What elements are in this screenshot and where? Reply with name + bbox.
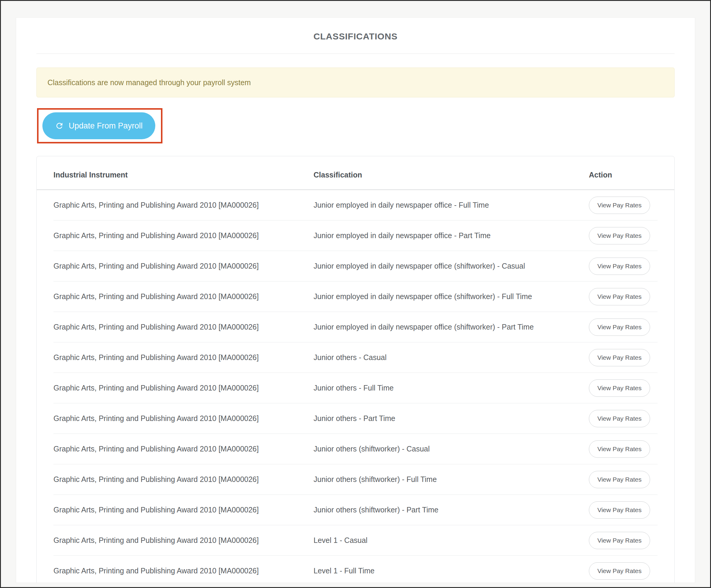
- table-row: Graphic Arts, Printing and Publishing Aw…: [53, 403, 658, 434]
- view-pay-rates-button[interactable]: View Pay Rates: [589, 257, 650, 275]
- view-pay-rates-button[interactable]: View Pay Rates: [589, 196, 650, 214]
- notice-banner: Classifications are now managed through …: [37, 67, 674, 98]
- cell-instrument: Graphic Arts, Printing and Publishing Aw…: [53, 384, 314, 392]
- cell-classification: Junior employed in daily newspaper offic…: [314, 323, 589, 331]
- cell-instrument: Graphic Arts, Printing and Publishing Aw…: [53, 475, 314, 484]
- cell-instrument: Graphic Arts, Printing and Publishing Aw…: [53, 445, 314, 453]
- cell-classification: Junior employed in daily newspaper offic…: [314, 231, 589, 240]
- table-row: Graphic Arts, Printing and Publishing Aw…: [53, 251, 658, 281]
- cell-instrument: Graphic Arts, Printing and Publishing Aw…: [53, 506, 314, 514]
- cell-action: View Pay Rates: [589, 562, 661, 580]
- view-pay-rates-button[interactable]: View Pay Rates: [589, 288, 650, 306]
- update-from-payroll-label: Update From Payroll: [69, 121, 143, 130]
- table-row: Graphic Arts, Printing and Publishing Aw…: [53, 342, 658, 373]
- table-row: Graphic Arts, Printing and Publishing Aw…: [53, 220, 658, 251]
- cell-action: View Pay Rates: [589, 440, 661, 458]
- cell-classification: Junior others (shiftworker) - Full Time: [314, 475, 589, 484]
- table-row: Graphic Arts, Printing and Publishing Aw…: [53, 556, 658, 583]
- view-pay-rates-button[interactable]: View Pay Rates: [589, 410, 650, 427]
- title-divider: [37, 54, 674, 54]
- cell-classification: Junior others - Part Time: [314, 414, 589, 423]
- classifications-table: Industrial Instrument Classification Act…: [37, 156, 674, 583]
- table-row: Graphic Arts, Printing and Publishing Aw…: [53, 464, 658, 495]
- column-header-classification: Classification: [314, 171, 589, 179]
- view-pay-rates-button[interactable]: View Pay Rates: [589, 349, 650, 366]
- table-body: Graphic Arts, Printing and Publishing Aw…: [37, 190, 674, 583]
- cell-classification: Level 1 - Casual: [314, 536, 589, 545]
- cell-instrument: Graphic Arts, Printing and Publishing Aw…: [53, 292, 314, 301]
- table-row: Graphic Arts, Printing and Publishing Aw…: [53, 373, 658, 403]
- button-zone: Update From Payroll: [37, 112, 674, 141]
- view-pay-rates-button[interactable]: View Pay Rates: [589, 501, 650, 519]
- cell-classification: Junior employed in daily newspaper offic…: [314, 201, 589, 209]
- sync-icon: [55, 121, 64, 130]
- cell-action: View Pay Rates: [589, 196, 661, 214]
- view-pay-rates-button[interactable]: View Pay Rates: [589, 471, 650, 488]
- cell-action: View Pay Rates: [589, 288, 661, 306]
- table-header-row: Industrial Instrument Classification Act…: [37, 156, 674, 190]
- cell-instrument: Graphic Arts, Printing and Publishing Aw…: [53, 262, 314, 270]
- cell-classification: Junior employed in daily newspaper offic…: [314, 262, 589, 270]
- cell-action: View Pay Rates: [589, 349, 661, 366]
- cell-classification: Junior others (shiftworker) - Casual: [314, 445, 589, 453]
- cell-instrument: Graphic Arts, Printing and Publishing Aw…: [53, 566, 314, 575]
- cell-classification: Junior employed in daily newspaper offic…: [314, 292, 589, 301]
- notice-text: Classifications are now managed through …: [47, 78, 251, 87]
- view-pay-rates-button[interactable]: View Pay Rates: [589, 379, 650, 397]
- cell-instrument: Graphic Arts, Printing and Publishing Aw…: [53, 323, 314, 331]
- table-row: Graphic Arts, Printing and Publishing Aw…: [53, 525, 658, 556]
- cell-action: View Pay Rates: [589, 257, 661, 275]
- view-pay-rates-button[interactable]: View Pay Rates: [589, 440, 650, 458]
- cell-classification: Junior others - Casual: [314, 353, 589, 362]
- table-row: Graphic Arts, Printing and Publishing Aw…: [53, 281, 658, 312]
- cell-instrument: Graphic Arts, Printing and Publishing Aw…: [53, 353, 314, 362]
- table-row: Graphic Arts, Printing and Publishing Aw…: [53, 434, 658, 464]
- table-row: Graphic Arts, Printing and Publishing Aw…: [53, 495, 658, 525]
- cell-action: View Pay Rates: [589, 532, 661, 549]
- view-pay-rates-button[interactable]: View Pay Rates: [589, 532, 650, 549]
- update-from-payroll-button[interactable]: Update From Payroll: [42, 112, 155, 139]
- table-row: Graphic Arts, Printing and Publishing Aw…: [53, 312, 658, 342]
- cell-instrument: Graphic Arts, Printing and Publishing Aw…: [53, 414, 314, 423]
- cell-action: View Pay Rates: [589, 410, 661, 427]
- cell-action: View Pay Rates: [589, 318, 661, 336]
- view-pay-rates-button[interactable]: View Pay Rates: [589, 227, 650, 245]
- cell-instrument: Graphic Arts, Printing and Publishing Aw…: [53, 231, 314, 240]
- cell-action: View Pay Rates: [589, 227, 661, 245]
- cell-action: View Pay Rates: [589, 379, 661, 397]
- cell-instrument: Graphic Arts, Printing and Publishing Aw…: [53, 201, 314, 209]
- table-row: Graphic Arts, Printing and Publishing Aw…: [53, 190, 658, 220]
- column-header-action: Action: [589, 171, 661, 179]
- cell-action: View Pay Rates: [589, 501, 661, 519]
- cell-classification: Level 1 - Full Time: [314, 566, 589, 575]
- cell-action: View Pay Rates: [589, 471, 661, 488]
- cell-classification: Junior others (shiftworker) - Part Time: [314, 506, 589, 514]
- classifications-card: CLASSIFICATIONS Classifications are now …: [16, 17, 695, 583]
- column-header-industrial-instrument: Industrial Instrument: [53, 171, 314, 179]
- view-pay-rates-button[interactable]: View Pay Rates: [589, 318, 650, 336]
- view-pay-rates-button[interactable]: View Pay Rates: [589, 562, 650, 580]
- cell-instrument: Graphic Arts, Printing and Publishing Aw…: [53, 536, 314, 545]
- cell-classification: Junior others - Full Time: [314, 384, 589, 392]
- page-title: CLASSIFICATIONS: [37, 18, 674, 42]
